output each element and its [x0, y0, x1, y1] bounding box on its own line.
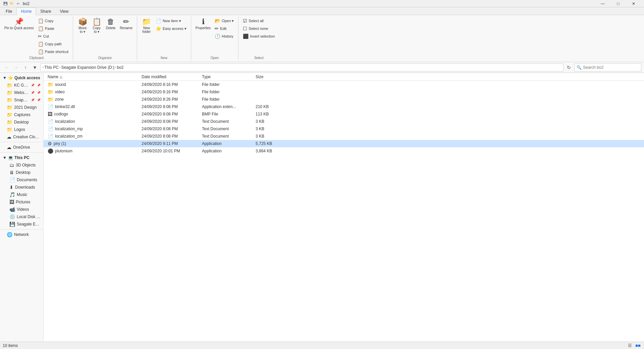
select-all-icon: ☑	[243, 18, 247, 23]
rename-button[interactable]: ✏ Rename	[118, 17, 134, 31]
delete-button[interactable]: 🗑 Delete	[104, 17, 117, 31]
folder-icon: 📁	[7, 127, 12, 132]
folder-icon: 📁	[7, 112, 12, 117]
copy-button[interactable]: 📋 Copy	[36, 17, 70, 24]
sidebar-item-desktop[interactable]: 🖥Desktop	[0, 169, 43, 176]
sidebar-item-snap-on[interactable]: 📁Snap On📌	[0, 96, 43, 104]
sidebar-item-website-design[interactable]: 📁Website Design📌	[0, 89, 43, 96]
path-drive[interactable]: Seagate Expansion Drive (D:)	[61, 65, 114, 70]
this-pc-header[interactable]: ▼ 💻 This PC	[0, 154, 43, 161]
tab-file[interactable]: File	[1, 7, 16, 15]
sidebar-item-creative-cloud[interactable]: ☁ Creative Cloud Files	[0, 133, 43, 141]
back-button[interactable]: ←	[3, 63, 11, 71]
invert-selection-button[interactable]: ⬛ Invert selection	[241, 33, 276, 40]
sidebar-item-captures[interactable]: 📁Captures	[0, 111, 43, 118]
table-row[interactable]: 📄 localization_zm 24/09/2020 8:08 PM Tex…	[44, 133, 644, 140]
close-button[interactable]: ✕	[626, 0, 641, 7]
file-name: ⚙ piry (1)	[45, 141, 139, 146]
sidebar-item-kc-graphics[interactable]: 📁KC Graphics📌	[0, 82, 43, 89]
network-icon: 🌐	[7, 232, 12, 237]
history-button[interactable]: 🕐 History	[213, 33, 235, 40]
path-folder[interactable]: bo2	[117, 65, 123, 70]
tab-view[interactable]: View	[55, 7, 73, 15]
search-input[interactable]	[583, 65, 639, 70]
select-all-button[interactable]: ☑ Select all	[241, 17, 276, 24]
sidebar-item-downloads[interactable]: ⬇Downloads	[0, 184, 43, 191]
sidebar-item-logos[interactable]: 📁Logos	[0, 126, 43, 133]
edit-button[interactable]: ✏ Edit	[213, 25, 235, 32]
large-icons-button[interactable]: ■■	[635, 342, 641, 349]
table-row[interactable]: 📄 localization 24/09/2020 8:08 PM Text D…	[44, 118, 644, 125]
sidebar-item-onedrive[interactable]: ☁ OneDrive	[0, 144, 43, 151]
drive-icon: 💾	[9, 221, 15, 227]
new-label: New	[161, 56, 167, 60]
easy-access-icon: ⭐	[156, 26, 161, 31]
new-folder-button[interactable]: 📁 Newfolder	[140, 17, 153, 35]
search-box[interactable]: 🔍	[574, 63, 641, 71]
copy-path-button[interactable]: 📋 Copy path	[36, 40, 70, 48]
table-row[interactable]: 📁 zone 24/09/2020 8:26 PM File folder	[44, 96, 644, 103]
sidebar-item-network[interactable]: 🌐 Network	[0, 231, 43, 238]
sidebar-item-3d-objects[interactable]: 🗂3D Objects	[0, 161, 43, 169]
file-type: Text Document	[199, 119, 253, 124]
sidebar: ▼ ⭐ Quick access 📁KC Graphics📌📁Website D…	[0, 73, 44, 342]
up-button[interactable]: ↑	[21, 63, 30, 71]
table-row[interactable]: ⚫ plutonium 24/09/2020 10:01 PM Applicat…	[44, 147, 644, 155]
sidebar-item-pictures[interactable]: 🖼Pictures	[0, 198, 43, 206]
folder-icon: 📁	[9, 1, 14, 6]
paste-button[interactable]: 📋 Paste	[36, 25, 70, 32]
clipboard-label: Clipboard	[29, 56, 44, 60]
open-button[interactable]: 📂 Open ▾	[213, 17, 235, 24]
pin-to-quick-access-button[interactable]: 📌 Pin to Quick access	[3, 17, 36, 31]
select-none-button[interactable]: ☐ Select none	[241, 25, 276, 32]
invert-icon: ⬛	[243, 34, 249, 39]
paste-shortcut-button[interactable]: 📋 Paste shortcut	[36, 48, 70, 55]
new-item-button[interactable]: 📄 New item ▾	[154, 17, 188, 24]
forward-button[interactable]: →	[12, 63, 20, 71]
table-row[interactable]: 📄 binkw32.dll 24/09/2020 8:08 PM Applica…	[44, 103, 644, 110]
sidebar-item-videos[interactable]: 📹Videos	[0, 206, 43, 213]
sidebar-quick-access-items: 📁KC Graphics📌📁Website Design📌📁Snap On📌📁2…	[0, 82, 43, 133]
file-list-header: Name △ Date modified Type Size	[44, 73, 644, 81]
col-header-date[interactable]: Date modified	[139, 74, 199, 79]
clipboard-col: 📋 Copy 📋 Paste ✂ Cut 📋	[36, 17, 70, 55]
col-header-type[interactable]: Type	[199, 74, 253, 79]
cut-button[interactable]: ✂ Cut	[36, 33, 70, 40]
organize-label: Organize	[98, 56, 112, 60]
quick-access-header[interactable]: ▼ ⭐ Quick access	[0, 74, 43, 82]
tab-home[interactable]: Home	[16, 7, 36, 15]
sidebar-item-seagate-expansion-d[interactable]: 💾Seagate Expansion D	[0, 220, 43, 228]
file-list: 📁 sound 24/09/2020 8:16 PM File folder 📁…	[44, 81, 644, 342]
refresh-button[interactable]: ↻	[565, 63, 573, 71]
col-header-size[interactable]: Size	[253, 74, 286, 79]
maximize-button[interactable]: □	[610, 0, 626, 7]
easy-access-button[interactable]: ⭐ Easy access ▾	[154, 25, 188, 32]
col-header-name[interactable]: Name △	[45, 74, 139, 79]
sidebar-item-music[interactable]: 🎵Music	[0, 191, 43, 198]
details-view-button[interactable]: ☰	[627, 342, 633, 349]
table-row[interactable]: 🖼 codlogo 24/09/2020 8:08 PM BMP File 11…	[44, 110, 644, 118]
table-row[interactable]: 📁 sound 24/09/2020 8:16 PM File folder	[44, 81, 644, 88]
copy-to-button[interactable]: 📋 Copyto ▾	[90, 17, 103, 35]
sidebar-item-desktop[interactable]: 📁Desktop	[0, 118, 43, 126]
history-icon: 🕐	[215, 34, 220, 39]
move-to-button[interactable]: 📦 Moveto ▾	[76, 17, 89, 35]
address-path[interactable]: › This PC › Seagate Expansion Drive (D:)…	[40, 63, 564, 71]
tab-share[interactable]: Share	[36, 7, 55, 15]
search-icon: 🔍	[577, 65, 582, 70]
table-row[interactable]: ⚙ piry (1) 24/09/2020 9:11 PM Applicatio…	[44, 140, 644, 147]
table-row[interactable]: 📄 localization_mp 24/09/2020 8:08 PM Tex…	[44, 125, 644, 133]
sidebar-item-documents[interactable]: 📄Documents	[0, 176, 43, 184]
table-row[interactable]: 📁 video 24/09/2020 8:16 PM File folder	[44, 88, 644, 96]
file-size: 3,864 KB	[253, 149, 286, 153]
file-type-icon: ⚫	[48, 148, 53, 154]
properties-button[interactable]: ℹ Properties	[194, 17, 213, 31]
path-arrow1: ›	[43, 65, 44, 69]
path-this-pc[interactable]: This PC	[44, 65, 59, 70]
minimize-button[interactable]: —	[595, 0, 610, 7]
title-bar-icons: 💾 📁 ↩	[3, 1, 21, 6]
sidebar-item-2021-design[interactable]: 📁2021 Design	[0, 104, 43, 111]
sidebar-item-local-disk-(c:)[interactable]: 💿Local Disk (C:)	[0, 213, 43, 220]
file-size: 3 KB	[253, 134, 286, 139]
recent-locations-button[interactable]: ▼	[31, 63, 39, 71]
